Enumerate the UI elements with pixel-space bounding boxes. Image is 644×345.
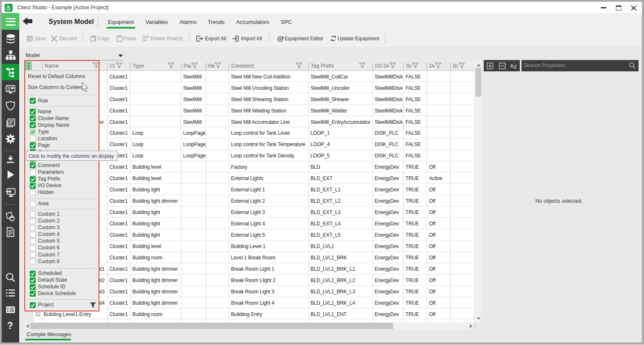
svg-text:A: A: [510, 63, 514, 68]
svg-text:Z: Z: [514, 64, 517, 69]
